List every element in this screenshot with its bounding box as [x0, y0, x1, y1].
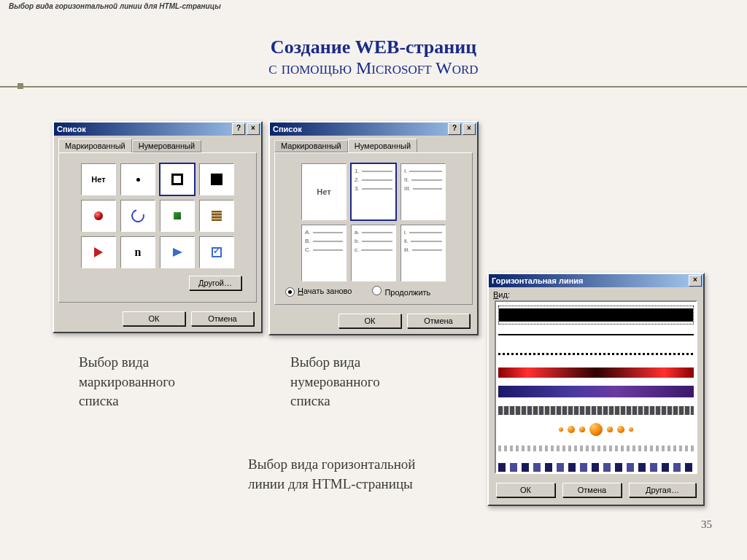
- ok-button[interactable]: ОК: [123, 311, 185, 326]
- hr-style-wavy[interactable]: [498, 440, 694, 457]
- title-line-2: с помощью Microsoft Word: [0, 58, 747, 78]
- hr-style-greek-key[interactable]: [498, 402, 694, 419]
- titlebar[interactable]: Список ? ×: [270, 122, 477, 136]
- hr-style-blocks[interactable]: [498, 459, 694, 474]
- dialog-numbered-list: Список ? × Маркированный Нумерованный Не…: [268, 121, 479, 335]
- cancel-button[interactable]: Отмена: [191, 311, 254, 326]
- caption-bulleted: Выбор видамаркированногосписка: [79, 353, 175, 411]
- field-label-view: Вид:: [489, 287, 703, 300]
- option-squiggle[interactable]: n: [120, 236, 155, 268]
- title-line-1: Создание WEB-страниц: [0, 36, 747, 58]
- close-button[interactable]: ×: [689, 275, 702, 287]
- hr-style-thin[interactable]: [498, 326, 694, 343]
- page-number: 35: [701, 518, 712, 531]
- caption-hr: Выбор вида горизонтальнойлинии для HTML-…: [248, 455, 481, 494]
- hr-style-listbox[interactable]: [495, 300, 697, 474]
- option-none[interactable]: Нет: [301, 163, 347, 220]
- option-green-square[interactable]: [160, 200, 195, 232]
- option-roman-upper[interactable]: I. II. III.: [400, 163, 446, 220]
- tab-numbered[interactable]: Нумерованный: [132, 140, 201, 152]
- option-outline-square[interactable]: [160, 163, 195, 195]
- hr-style-dotted[interactable]: [498, 345, 694, 362]
- dialog-bulleted-list: Список ? × Маркированный Нумерованный Не…: [53, 121, 263, 333]
- ok-button[interactable]: ОК: [338, 314, 401, 328]
- decorative-rule: [0, 85, 747, 88]
- tab-bulleted[interactable]: Маркированный: [274, 140, 348, 152]
- option-none[interactable]: Нет: [81, 163, 116, 195]
- hr-style-red-gradient[interactable]: [498, 364, 694, 381]
- figure-caption-top: Выбор вида горизонтальной линии для HTML…: [9, 2, 221, 10]
- radio-group-start: Начать заново Продолжить: [282, 281, 465, 298]
- option-dot[interactable]: [120, 163, 155, 195]
- other-button[interactable]: Другая…: [629, 483, 696, 497]
- tab-panel: Нет n Другой…: [58, 152, 257, 303]
- caption-numbered: Выбор виданумерованногосписка: [290, 353, 380, 411]
- option-checkbox[interactable]: [199, 236, 234, 268]
- option-alpha-upper[interactable]: A. B. C.: [301, 225, 347, 281]
- option-blue-triangle[interactable]: [160, 236, 195, 268]
- hr-style-gold-balls[interactable]: [498, 421, 694, 438]
- radio-continue[interactable]: Продолжить: [372, 286, 430, 297]
- tab-panel: Нет 1. 2. 3. I. II. III. A. B. C. a. b. …: [274, 152, 473, 305]
- option-maze[interactable]: [199, 200, 234, 232]
- option-red-ball[interactable]: [81, 200, 116, 232]
- cancel-button[interactable]: Отмена: [562, 483, 622, 497]
- hr-style-blue-gradient[interactable]: [498, 383, 694, 400]
- close-button[interactable]: ×: [462, 123, 476, 135]
- dialog-title: Список: [57, 125, 231, 133]
- close-button[interactable]: ×: [247, 123, 260, 135]
- dialog-horizontal-line: Горизонтальная линия × Вид: ОК Отмена Др…: [487, 273, 705, 506]
- tabs: Маркированный Нумерованный: [54, 136, 261, 152]
- titlebar[interactable]: Список ? ×: [54, 122, 261, 136]
- help-button[interactable]: ?: [232, 123, 245, 135]
- option-spiral[interactable]: [120, 200, 155, 232]
- cancel-button[interactable]: Отмена: [407, 314, 470, 328]
- option-arabic-dot[interactable]: 1. 2. 3.: [351, 163, 396, 220]
- ok-button[interactable]: ОК: [496, 483, 555, 497]
- titlebar[interactable]: Горизонтальная линия ×: [489, 274, 703, 287]
- dialog-title: Горизонтальная линия: [492, 276, 687, 285]
- help-button[interactable]: ?: [448, 123, 461, 135]
- tab-numbered[interactable]: Нумерованный: [348, 139, 417, 152]
- option-roman-lower[interactable]: i. ii. iii.: [400, 225, 446, 281]
- option-red-arrow[interactable]: [81, 236, 116, 268]
- tab-bulleted[interactable]: Маркированный: [58, 139, 132, 152]
- hr-style-thick-black[interactable]: [498, 306, 694, 324]
- slide-title: Создание WEB-страниц с помощью Microsoft…: [0, 36, 747, 78]
- bullet-options-grid: Нет n: [66, 163, 249, 268]
- option-alpha-lower[interactable]: a. b. c.: [351, 225, 396, 281]
- radio-restart[interactable]: Начать заново: [285, 287, 352, 297]
- other-button[interactable]: Другой…: [189, 276, 241, 290]
- numbered-options-grid: Нет 1. 2. 3. I. II. III. A. B. C. a. b. …: [282, 163, 465, 281]
- dialog-title: Список: [273, 125, 446, 133]
- tabs: Маркированный Нумерованный: [270, 136, 477, 152]
- option-filled-square[interactable]: [199, 163, 234, 195]
